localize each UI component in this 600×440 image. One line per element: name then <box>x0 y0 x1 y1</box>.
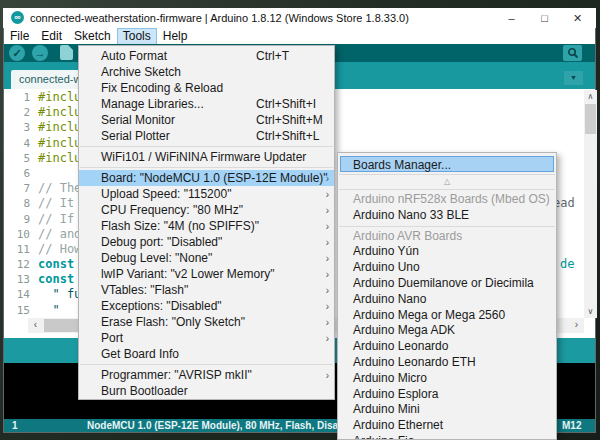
menu-separator <box>80 146 333 147</box>
upload-button[interactable]: → <box>32 45 48 61</box>
boards-submenu-popup: Boards Manager...△Arduino nRF528x Boards… <box>337 152 557 440</box>
submenu-arrow-icon: › <box>326 315 329 331</box>
menu-item-cpu-frequency-80-mhz[interactable]: CPU Frequency: "80 MHz"› <box>79 202 334 218</box>
boards-menu-item-arduino-esplora[interactable]: Arduino Esplora <box>338 387 556 403</box>
menu-item-label: Debug Level: "None" <box>101 251 212 265</box>
code-text: #inclu <box>38 136 81 151</box>
boards-menu-item-arduino-fio[interactable]: Arduino Fio <box>338 434 556 440</box>
scroll-right-arrow-icon[interactable]: › <box>569 318 584 333</box>
boards-menu-item-arduino-leonardo[interactable]: Arduino Leonardo <box>338 339 556 355</box>
code-text: // and <box>38 227 81 242</box>
menu-item-manage-libraries[interactable]: Manage Libraries...Ctrl+Shift+I <box>79 96 334 112</box>
vertical-scrollbar-thumb[interactable] <box>585 104 596 134</box>
menu-separator <box>339 226 555 227</box>
menu-item-label: Erase Flash: "Only Sketch" <box>101 315 245 329</box>
line-number: 5 <box>4 151 38 166</box>
menu-item-label: Programmer: "AVRISP mkII" <box>101 368 252 382</box>
menu-item-archive-sketch[interactable]: Archive Sketch <box>79 64 334 80</box>
submenu-arrow-icon: › <box>326 203 329 219</box>
port-text-fragment: M12 <box>562 419 581 432</box>
menu-item-label: Serial Monitor <box>101 113 175 127</box>
menu-item-get-board-info[interactable]: Get Board Info <box>79 346 334 362</box>
menubar-item-help[interactable]: Help <box>157 28 194 45</box>
editor-vertical-scrollbar[interactable]: ∧ ∨ <box>584 90 597 318</box>
menu-shortcut: Ctrl+Shift+L <box>256 128 319 144</box>
submenu-arrow-icon: › <box>326 187 329 203</box>
menu-item-vtables-flash[interactable]: VTables: "Flash"› <box>79 282 334 298</box>
menu-item-flash-size-4m-no-spiffs[interactable]: Flash Size: "4M (no SPIFFS)"› <box>79 218 334 234</box>
menu-item-label: Exceptions: "Disabled" <box>101 299 222 313</box>
boards-menu-item-arduino-duemilanove-or-diecimila[interactable]: Arduino Duemilanove or Diecimila <box>338 276 556 292</box>
boards-menu-item-arduino-nano[interactable]: Arduino Nano <box>338 292 556 308</box>
close-button[interactable]: ✕ <box>561 8 594 28</box>
boards-menu-item-arduino-mega-or-mega-2560[interactable]: Arduino Mega or Mega 2560 <box>338 308 556 324</box>
boards-menu-item-arduino-nano-33-ble[interactable]: Arduino Nano 33 BLE <box>338 208 556 224</box>
boards-menu-item-arduino-mega-adk[interactable]: Arduino Mega ADK <box>338 323 556 339</box>
menu-item-debug-level-none[interactable]: Debug Level: "None"› <box>79 250 334 266</box>
menu-item-serial-plotter[interactable]: Serial PlotterCtrl+Shift+L <box>79 128 334 144</box>
scroll-up-arrow-icon[interactable]: ∧ <box>584 90 597 103</box>
boards-menu-item-arduino-leonardo-eth[interactable]: Arduino Leonardo ETH <box>338 355 556 371</box>
menu-item-label: WiFi101 / WiFiNINA Firmware Updater <box>101 150 306 164</box>
tools-menu-popup: Auto FormatCtrl+TArchive SketchFix Encod… <box>78 45 335 400</box>
code-text: // If <box>38 212 74 227</box>
menu-separator <box>339 189 555 190</box>
boards-menu-item-arduino-y-n[interactable]: Arduino Yún <box>338 244 556 260</box>
submenu-arrow-icon: › <box>326 331 329 347</box>
menu-item-upload-speed-115200[interactable]: Upload Speed: "115200"› <box>79 186 334 202</box>
arduino-logo-icon: ∞ <box>11 11 24 24</box>
line-number: 14 <box>4 287 38 302</box>
menu-item-board-nodemcu-1-0-esp-12e-module[interactable]: Board: "NodeMCU 1.0 (ESP-12E Module)"› <box>79 170 334 186</box>
menu-item-programmer-avrisp-mkii[interactable]: Programmer: "AVRISP mkII"› <box>79 367 334 383</box>
code-text: // How <box>38 242 81 257</box>
boards-menu-item-arduino-nrf528x-boards-mbed-os: Arduino nRF528x Boards (Mbed OS) <box>338 192 556 208</box>
tab-list-dropdown-button[interactable]: ▼ <box>564 71 583 85</box>
menu-item-burn-bootloader[interactable]: Burn Bootloader <box>79 383 334 399</box>
boards-menu-item-arduino-uno[interactable]: Arduino Uno <box>338 260 556 276</box>
scroll-down-arrow-icon[interactable]: ∨ <box>584 305 597 318</box>
code-text: #inclu <box>38 90 81 105</box>
menu-item-erase-flash-only-sketch[interactable]: Erase Flash: "Only Sketch"› <box>79 314 334 330</box>
boards-menu-item-arduino-mini[interactable]: Arduino Mini <box>338 402 556 418</box>
minimize-button[interactable]: – <box>495 8 528 28</box>
menu-item-label: lwIP Variant: "v2 Lower Memory" <box>101 267 274 281</box>
scroll-left-arrow-icon[interactable]: ‹ <box>28 318 43 333</box>
menubar-item-file[interactable]: File <box>4 28 35 45</box>
menubar-item-sketch[interactable]: Sketch <box>68 28 117 45</box>
boards-menu-item-arduino-ethernet[interactable]: Arduino Ethernet <box>338 418 556 434</box>
menu-item-label: Manage Libraries... <box>101 97 204 111</box>
line-number: 1 <box>4 90 38 105</box>
boards-menu-item-boards-manager[interactable]: Boards Manager... <box>340 156 554 172</box>
code-text: " fu <box>38 287 81 302</box>
menu-shortcut: Ctrl+Shift+M <box>256 112 323 128</box>
menu-item-debug-port-disabled[interactable]: Debug port: "Disabled"› <box>79 234 334 250</box>
submenu-arrow-icon: › <box>326 299 329 315</box>
code-text: const <box>38 272 74 287</box>
menubar-item-tools[interactable]: Tools <box>117 28 157 45</box>
menu-item-auto-format[interactable]: Auto FormatCtrl+T <box>79 48 334 64</box>
menu-bar: FileEditSketchToolsHelp <box>4 28 595 45</box>
submenu-arrow-icon: › <box>326 368 329 384</box>
boards-menu-item-arduino-micro[interactable]: Arduino Micro <box>338 371 556 387</box>
menu-item-label: Serial Plotter <box>101 129 170 143</box>
menu-shortcut: Ctrl+T <box>256 48 289 64</box>
maximize-button[interactable]: □ <box>528 8 561 28</box>
verify-button[interactable]: ✓ <box>9 45 25 61</box>
submenu-arrow-icon: › <box>326 267 329 283</box>
menu-separator <box>80 167 333 168</box>
submenu-arrow-icon: › <box>326 219 329 235</box>
menu-item-fix-encoding-reload[interactable]: Fix Encoding & Reload <box>79 80 334 96</box>
code-text: // It <box>38 196 74 211</box>
line-number: 10 <box>4 227 38 242</box>
menu-item-port[interactable]: Port› <box>79 330 334 346</box>
menu-scroll-up-control[interactable]: △ <box>338 177 556 187</box>
menu-item-exceptions-disabled[interactable]: Exceptions: "Disabled"› <box>79 298 334 314</box>
boards-menu-item-arduino-avr-boards: Arduino AVR Boards <box>338 229 556 245</box>
menu-item-wifi101-wifinina-firmware-updater[interactable]: WiFi101 / WiFiNINA Firmware Updater <box>79 149 334 165</box>
line-number: 13 <box>4 272 38 287</box>
menu-item-serial-monitor[interactable]: Serial MonitorCtrl+Shift+M <box>79 112 334 128</box>
serial-monitor-button[interactable] <box>563 45 582 61</box>
new-sketch-button[interactable] <box>60 45 73 60</box>
menu-item-lwip-variant-v2-lower-memory[interactable]: lwIP Variant: "v2 Lower Memory"› <box>79 266 334 282</box>
menubar-item-edit[interactable]: Edit <box>35 28 68 45</box>
